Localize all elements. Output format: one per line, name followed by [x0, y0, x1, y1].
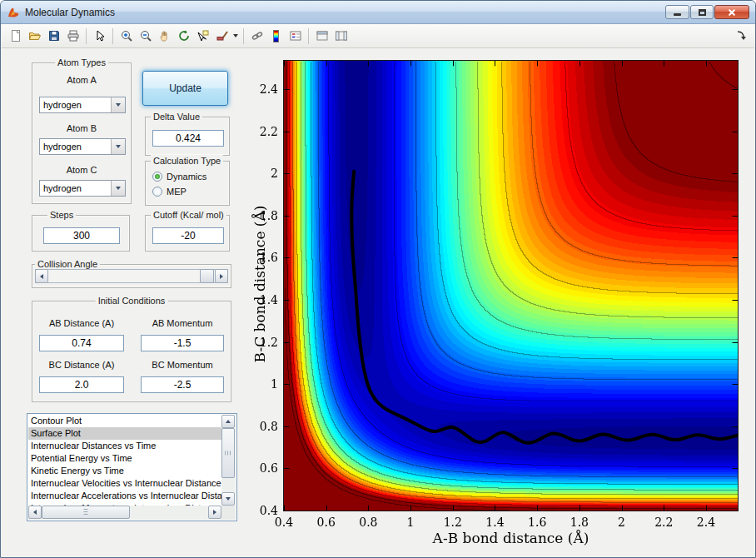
hide-plot-tools-icon[interactable]	[312, 27, 331, 46]
steps-panel: Steps	[32, 215, 130, 252]
cutoff-input[interactable]	[152, 227, 224, 244]
show-plot-tools-icon[interactable]	[331, 27, 351, 46]
radio-mep[interactable]: MEP	[152, 186, 187, 197]
x-tick-label: 0.6	[310, 516, 343, 529]
minimize-button[interactable]	[665, 5, 689, 19]
ab-momentum-input[interactable]	[141, 335, 224, 351]
atom-c-label: Atom C	[32, 165, 131, 176]
scroll-up-arrow[interactable]	[221, 415, 235, 428]
atom-a-label: Atom A	[32, 75, 131, 86]
list-item[interactable]: Internuclear Accelerations vs Internucle…	[28, 490, 221, 502]
y-tick-label: 1.8	[246, 209, 278, 222]
list-item[interactable]: Potential Energy vs Time	[28, 452, 221, 465]
brush-data-icon[interactable]	[212, 27, 231, 46]
title-bar[interactable]: Molecular Dynamics	[1, 1, 755, 24]
scroll-left-arrow[interactable]	[28, 506, 42, 519]
x-tick-label: 2.4	[689, 516, 723, 529]
y-tick-label: 0.8	[246, 420, 278, 433]
y-tick-label: 0.4	[246, 504, 278, 517]
scroll-down-arrow[interactable]	[221, 492, 235, 506]
slider-right-arrow[interactable]	[215, 269, 228, 283]
insert-legend-icon[interactable]	[286, 27, 305, 46]
delta-value-input[interactable]	[152, 130, 224, 147]
minimize-icon	[674, 13, 681, 16]
zoom-in-icon[interactable]	[117, 27, 136, 46]
calculation-type-panel: Calculation Type Dynamics MEP	[145, 161, 230, 206]
panel-title: Initial Conditions	[96, 295, 168, 306]
print-figure-icon[interactable]	[63, 27, 82, 46]
atom-a-value: hydrogen	[40, 100, 111, 110]
atom-a-dropdown[interactable]: hydrogen	[39, 97, 126, 113]
horizontal-scroll-thumb[interactable]	[42, 506, 130, 519]
bc-momentum-input[interactable]	[141, 376, 224, 393]
x-tick-label: 1.8	[563, 516, 596, 529]
slider-thumb[interactable]	[200, 269, 214, 283]
save-figure-icon[interactable]	[44, 27, 63, 46]
panel-title: Steps	[47, 209, 76, 221]
dropdown-arrow-icon[interactable]	[111, 139, 125, 154]
update-button[interactable]: Update	[142, 71, 228, 106]
dock-figure-icon[interactable]	[731, 27, 750, 46]
radio-dynamics[interactable]: Dynamics	[152, 171, 206, 182]
close-button[interactable]	[714, 5, 749, 19]
atom-types-panel: Atom Types Atom A hydrogen Atom B hydrog…	[32, 62, 132, 204]
maximize-icon	[699, 9, 706, 16]
delta-value-panel: Delta Value	[145, 117, 230, 156]
pan-hand-icon[interactable]	[155, 27, 174, 46]
vertical-scroll-thumb[interactable]	[221, 428, 235, 478]
window-title: Molecular Dynamics	[25, 7, 115, 18]
list-item[interactable]: Internuclear Distances vs Time	[28, 440, 221, 452]
cutoff-panel: Cutoff (Kcal/ mol)	[145, 215, 230, 252]
list-item[interactable]: Kinetic Energy vs Time	[28, 465, 221, 477]
bc-distance-input[interactable]	[39, 376, 124, 393]
list-item[interactable]: Contour Plot	[28, 415, 221, 427]
y-tick-label: 0.6	[246, 461, 278, 475]
window-controls	[665, 5, 749, 19]
dropdown-arrow-icon[interactable]	[111, 181, 125, 196]
atom-b-label: Atom B	[32, 123, 131, 134]
radio-icon	[152, 187, 162, 197]
maximize-button[interactable]	[690, 5, 714, 19]
atom-b-dropdown[interactable]: hydrogen	[39, 138, 126, 155]
slider-left-arrow[interactable]	[35, 269, 48, 283]
scroll-right-arrow[interactable]	[208, 506, 221, 519]
open-file-icon[interactable]	[25, 27, 44, 46]
radio-mep-label: MEP	[167, 187, 187, 197]
pes-contour-canvas[interactable]	[284, 61, 738, 511]
list-item[interactable]: Internuclear Velocities vs Internuclear …	[28, 477, 221, 490]
list-item[interactable]: Surface Plot	[28, 427, 221, 440]
insert-colorbar-icon[interactable]	[266, 27, 286, 46]
collision-angle-slider[interactable]	[35, 269, 228, 283]
listbox-items: Contour Plot Surface Plot Internuclear D…	[28, 415, 221, 506]
link-plot-icon[interactable]	[247, 27, 266, 46]
panel-title: Cutoff (Kcal/ mol)	[151, 209, 226, 221]
plot-type-listbox[interactable]: Contour Plot Surface Plot Internuclear D…	[27, 413, 237, 521]
atom-c-value: hydrogen	[40, 183, 111, 193]
ab-distance-input[interactable]	[39, 335, 124, 351]
atom-c-dropdown[interactable]: hydrogen	[39, 180, 126, 197]
x-tick-label: 1.6	[520, 516, 554, 529]
listbox-horizontal-scrollbar[interactable]	[28, 506, 221, 520]
x-tick-label: 1.4	[478, 516, 511, 529]
scrollbar-corner	[221, 506, 236, 520]
new-figure-icon[interactable]	[6, 27, 25, 46]
toolbar-separator	[86, 28, 87, 44]
x-tick-label: 1.2	[436, 516, 470, 529]
rotate-3d-icon[interactable]	[174, 27, 193, 46]
dropdown-arrow-icon[interactable]	[111, 97, 125, 112]
edit-plot-icon[interactable]	[90, 27, 109, 46]
steps-input[interactable]	[43, 227, 120, 244]
toolbar-separator	[112, 28, 113, 44]
x-tick-label: 1	[394, 516, 427, 529]
data-cursor-icon[interactable]	[193, 27, 212, 46]
figure-toolbar	[2, 24, 754, 48]
x-tick-label: 2.2	[647, 516, 680, 529]
x-axis-label: A-B bond distance (Å)	[284, 530, 738, 546]
zoom-out-icon[interactable]	[136, 27, 155, 46]
listbox-vertical-scrollbar[interactable]	[221, 415, 236, 506]
app-window: Molecular Dynamics	[0, 0, 756, 558]
slider-track[interactable]	[49, 270, 214, 282]
brush-dropdown-icon[interactable]	[231, 27, 240, 46]
x-tick-label: 0.8	[351, 516, 385, 529]
app-icon	[7, 6, 20, 19]
